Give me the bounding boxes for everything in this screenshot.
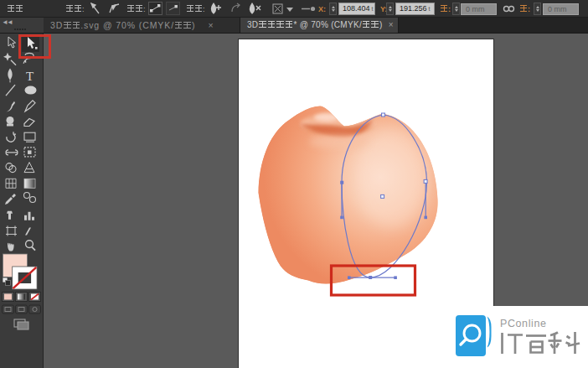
svg-text:PConline: PConline xyxy=(500,318,547,329)
svg-text:T: T xyxy=(26,70,34,83)
